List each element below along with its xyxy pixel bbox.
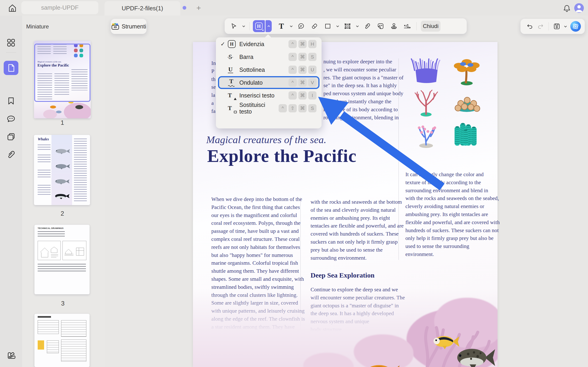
grid-icon[interactable] xyxy=(6,38,16,47)
highlight-tool[interactable]: H xyxy=(253,20,265,32)
strikethrough-icon: S xyxy=(228,53,239,60)
mini-table xyxy=(61,340,86,361)
divider xyxy=(416,22,417,30)
text-lines-placeholder xyxy=(38,155,51,164)
page-number: 1 xyxy=(34,119,91,126)
text-lines-placeholder xyxy=(38,264,86,272)
text-lines-placeholder xyxy=(38,170,51,179)
technical-sketch xyxy=(62,241,86,260)
chevron-down-icon[interactable] xyxy=(563,24,568,29)
fish-pufferfish xyxy=(454,344,497,367)
thumbnail-viewport-indicator[interactable] xyxy=(34,44,90,102)
divider xyxy=(6,52,16,52)
page-thumbnails-icon[interactable] xyxy=(4,61,18,75)
pencil-area-tool[interactable] xyxy=(342,20,354,32)
mini-table xyxy=(61,320,86,337)
eraser-tool[interactable] xyxy=(309,20,320,32)
thumbnail-panel: Miniature Magical creatures of the sea. … xyxy=(22,16,105,367)
stamp-tool[interactable] xyxy=(388,20,400,32)
ai-assistant-icon[interactable] xyxy=(570,21,581,32)
menu-item-barra[interactable]: S Barra ^⌘S xyxy=(218,50,320,63)
new-tab-button[interactable]: + xyxy=(194,3,203,12)
fish-clownfish xyxy=(363,361,401,367)
pages-icon[interactable] xyxy=(6,132,16,141)
text-column-2: with the rocks and seaweeds at the botto… xyxy=(311,198,404,262)
page-thumbnail-3[interactable]: TECHNICAL DRAWINGS xyxy=(35,225,90,294)
whale-illustration xyxy=(54,178,70,185)
chevron-down-icon[interactable] xyxy=(289,24,294,29)
mini-title-bar xyxy=(38,316,51,318)
paperclip-icon[interactable] xyxy=(6,150,16,159)
attachment-tool[interactable] xyxy=(361,20,373,32)
mini-table xyxy=(38,320,59,334)
page-thumbnail-2[interactable]: Whales xyxy=(34,135,90,205)
menu-item-label: Barra xyxy=(239,54,288,60)
highlight-options-chevron[interactable] xyxy=(266,20,272,32)
tab-sample-updf[interactable]: sample-UPDF xyxy=(21,1,98,14)
pointer-tool[interactable] xyxy=(228,20,240,32)
text-column-fragment: InPthselaafa xyxy=(211,59,216,115)
menu-item-ondulato[interactable]: T Ondulato ^⌘V xyxy=(218,76,320,89)
text-tool[interactable]: T xyxy=(275,20,287,32)
mini-table xyxy=(47,340,59,353)
comment-icon[interactable] xyxy=(6,114,16,123)
signature-tool[interactable] xyxy=(401,20,413,32)
check-icon: ✓ xyxy=(221,41,228,47)
chiudi-button[interactable]: Chiudi xyxy=(421,21,441,32)
chevron-down-icon[interactable] xyxy=(355,24,360,29)
menu-item-label: Sottolinea xyxy=(239,67,288,73)
shape-tool[interactable] xyxy=(322,20,334,32)
annotation-toolbar: H T Chiudi xyxy=(225,18,467,34)
chevron-down-icon[interactable] xyxy=(241,24,246,29)
title-bar: sample-UPDF UPDF-2-files(1) + xyxy=(0,0,588,16)
coral-purple-anemone xyxy=(408,56,446,85)
text-lines-placeholder xyxy=(38,144,51,151)
strumenti-button[interactable]: Strumenti xyxy=(111,19,147,34)
strumenti-label: Strumenti xyxy=(122,23,146,30)
avatar[interactable] xyxy=(574,3,584,13)
highlight-h-icon: H xyxy=(228,40,239,48)
technical-sketch xyxy=(38,241,61,260)
highlight-tools-menu: ✓ H Evidenzia ^⌘H S Barra ^⌘S U Sottolin… xyxy=(216,37,321,128)
deep-sea-heading: Deep Sea Exploration xyxy=(311,271,374,279)
redo-icon xyxy=(536,20,546,32)
menu-item-sottolinea[interactable]: U Sottolinea ^⌘U xyxy=(218,63,320,76)
key-letter: H xyxy=(308,40,317,48)
page-thumbnail-4[interactable] xyxy=(35,314,90,367)
chevron-down-icon[interactable] xyxy=(335,24,340,29)
sticker-tool[interactable] xyxy=(375,20,387,32)
menu-item-label: Ondulato xyxy=(239,79,288,86)
mini-yellow-figure xyxy=(38,340,44,350)
whale-illustration xyxy=(54,193,70,200)
doc-subtitle: Magical creatures of the sea. xyxy=(206,134,326,146)
home-icon[interactable] xyxy=(8,4,17,13)
menu-item-label: Sostituisci testo xyxy=(239,102,279,115)
text-lines-placeholder xyxy=(38,231,65,238)
wavy-underline-icon: T xyxy=(228,78,239,87)
swatches-icon[interactable] xyxy=(6,351,16,360)
menu-item-sostituisci-testo[interactable]: T Sostituisci testo ^⇧⌘S xyxy=(218,102,320,115)
undo-icon[interactable] xyxy=(525,20,535,32)
key-ctrl: ^ xyxy=(288,40,297,48)
whale-illustration xyxy=(54,148,71,155)
comment-tool[interactable] xyxy=(295,20,307,32)
menu-item-inserisci-testo[interactable]: T Inserisci testo ^⌘I xyxy=(218,89,320,102)
bell-icon[interactable] xyxy=(563,4,571,12)
bookmark-icon[interactable] xyxy=(6,96,16,106)
page-thumbnail-1[interactable]: Magical creatures of the sea. Explore th… xyxy=(34,41,91,118)
tab-updf-2-files[interactable]: UPDF-2-files(1) xyxy=(104,1,180,16)
panel-title: Miniature xyxy=(26,23,49,30)
page-number: 2 xyxy=(34,210,91,217)
text-lines-placeholder xyxy=(38,185,51,195)
whale-illustration xyxy=(54,163,71,170)
menu-item-label: Inserisci testo xyxy=(239,92,288,99)
page-number: 3 xyxy=(35,300,91,307)
save-icon[interactable] xyxy=(552,20,562,32)
menu-item-label: Evidenzia xyxy=(239,41,288,48)
underline-icon: U xyxy=(228,66,239,73)
insert-text-icon: T xyxy=(228,91,239,100)
annotation-arrow xyxy=(315,92,448,190)
key-cmd: ⌘ xyxy=(298,40,307,48)
left-icon-rail xyxy=(0,16,22,367)
mini-technical-title: TECHNICAL DRAWINGS xyxy=(38,227,64,229)
